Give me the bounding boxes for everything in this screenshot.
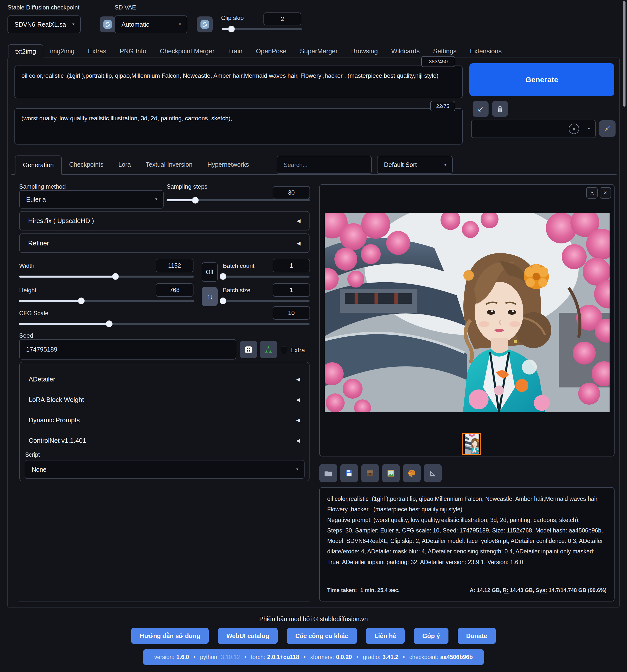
tab-generation[interactable]: Generation [15, 155, 62, 175]
tab-checkpoint-merger[interactable]: Checkpoint Merger [153, 44, 221, 58]
tab-lora[interactable]: Lora [111, 155, 138, 174]
cfg-scale-slider[interactable] [19, 320, 309, 328]
batch-count-slider[interactable] [223, 273, 309, 280]
width-slider[interactable] [19, 273, 194, 280]
close-gallery-button[interactable]: × [600, 187, 611, 198]
tab-checkpoints[interactable]: Checkpoints [62, 155, 111, 174]
script-label: Script [25, 452, 40, 458]
clip-skip-slider[interactable] [222, 25, 302, 33]
checkpoint-dropdown[interactable]: SDVN6-RealXL.safete ▼ [7, 16, 81, 33]
footer-link-webui-catalog[interactable]: WebUI catalog [218, 628, 278, 644]
tab-openpose[interactable]: OpenPose [249, 44, 293, 58]
python-version-segment[interactable]: python:3.10.12 [200, 654, 240, 661]
hires-off-button[interactable]: Off [202, 262, 218, 282]
batch-count-input[interactable]: 1 [273, 259, 310, 272]
width-input[interactable]: 1152 [156, 259, 194, 272]
generate-button[interactable]: Generate [469, 63, 614, 96]
script-dropdown[interactable]: None ▼ [25, 460, 304, 479]
cfg-scale-input[interactable]: 10 [273, 306, 310, 320]
send-to-img2img-button[interactable] [382, 464, 400, 482]
tab-textual-inversion[interactable]: Textual Inversion [138, 155, 200, 174]
footer-mod-line: Phiên bản mod bởi © stablediffusion.vn [0, 616, 627, 623]
hires-fix-accordion[interactable]: Hires.fix ( UpscaleHD ) ◀ [19, 211, 309, 231]
tab-img2img[interactable]: img2img [43, 44, 81, 58]
save-zip-button[interactable] [361, 464, 379, 482]
sampling-method-dropdown[interactable]: Euler a ▼ [19, 190, 164, 209]
version-bar: version:1.6.0 • python:3.10.12 • torch:2… [143, 649, 484, 665]
extra-networks-search-input[interactable] [277, 156, 372, 174]
styles-dropdown[interactable]: × ▼ [471, 120, 596, 138]
vae-label: SD VAE [115, 4, 136, 11]
checkpoint-refresh-button[interactable] [100, 17, 116, 32]
reuse-seed-button[interactable] [260, 341, 277, 358]
sort-value: Default Sort [384, 161, 417, 168]
refresh-icon [200, 20, 209, 29]
vae-dropdown[interactable]: Automatic ▼ [115, 16, 187, 33]
main-tab-bar: txt2img img2img Extras PNG Info Checkpoi… [8, 44, 508, 58]
scrollbar-thumb[interactable] [623, 1, 626, 106]
footer-link-other-tools[interactable]: Các công cụ khác [287, 628, 357, 644]
tab-txt2img[interactable]: txt2img [8, 44, 43, 58]
batch-count-label: Batch count [223, 262, 254, 269]
checkpoint-label: Stable Diffusion checkpoint [7, 4, 79, 11]
batch-size-input[interactable]: 1 [273, 283, 310, 297]
info-prompt-line: oil color,realistic ,(1girl ),portrait,l… [327, 494, 607, 515]
clear-styles-icon[interactable]: × [569, 124, 579, 134]
restore-prompt-button[interactable]: ↙ [473, 101, 488, 117]
footer-link-feedback[interactable]: Góp ý [414, 628, 449, 644]
checkpoint-hash-segment[interactable]: checkpoint:aa4506b96b [409, 654, 473, 661]
swap-arrows-icon: ↑↓ [207, 293, 212, 301]
prompt-textarea[interactable]: oil color,realistic ,(1girl ),portrait,l… [15, 66, 463, 98]
tab-browsing[interactable]: Browsing [344, 44, 384, 58]
torch-version-segment: torch:2.0.1+cu118 [251, 654, 299, 661]
resize-handle[interactable] [19, 601, 309, 603]
generation-info-panel: oil color,realistic ,(1girl ),portrait,l… [319, 487, 615, 601]
tab-settings[interactable]: Settings [426, 44, 463, 58]
vae-refresh-button[interactable] [197, 17, 212, 32]
random-seed-button[interactable] [240, 341, 257, 358]
close-icon: × [604, 189, 607, 196]
height-input[interactable]: 768 [156, 283, 194, 297]
footer-link-contact[interactable]: Liên hệ [366, 628, 405, 644]
dynamic-prompts-accordion[interactable]: Dynamic Prompts ◀ [29, 413, 300, 427]
tab-supermerger[interactable]: SuperMerger [293, 44, 345, 58]
seed-label: Seed [19, 332, 33, 339]
tab-extensions[interactable]: Extensions [463, 44, 508, 58]
height-slider[interactable] [19, 297, 194, 305]
seed-input[interactable] [19, 339, 236, 360]
footer-links: Hướng dẫn sử dụng WebUI catalog Các công… [0, 628, 627, 644]
send-to-extras-button[interactable] [424, 464, 442, 482]
tab-png-info[interactable]: PNG Info [113, 44, 153, 58]
save-image-button[interactable] [340, 464, 358, 482]
lora-block-weight-accordion[interactable]: LoRA Block Weight ◀ [29, 393, 300, 407]
clear-prompt-button[interactable] [492, 101, 508, 117]
footer-link-guide[interactable]: Hướng dẫn sử dụng [131, 628, 209, 644]
swap-dimensions-button[interactable]: ↑↓ [202, 287, 218, 306]
open-folder-button[interactable] [319, 464, 337, 482]
tab-wildcards[interactable]: Wildcards [384, 44, 426, 58]
tab-train[interactable]: Train [221, 44, 249, 58]
trash-icon [496, 105, 504, 113]
generated-image[interactable] [325, 213, 609, 412]
negative-prompt-textarea[interactable]: (worst quality, low quality,realistic,il… [15, 108, 463, 145]
refresh-icon [103, 20, 112, 29]
refiner-accordion[interactable]: Refiner ◀ [19, 234, 309, 253]
sort-dropdown[interactable]: Default Sort ▼ [377, 156, 453, 174]
tab-hypernetworks[interactable]: Hypernetworks [200, 155, 256, 174]
controlnet-accordion[interactable]: ControlNet v1.1.401 ◀ [29, 434, 300, 448]
extra-seed-label: Extra [290, 346, 305, 354]
adetailer-accordion[interactable]: ADetailer ◀ [29, 372, 300, 386]
checkpoint-value: SDVN6-RealXL.safete [15, 21, 66, 28]
sampling-steps-slider[interactable] [167, 197, 310, 204]
clip-skip-input[interactable]: 2 [264, 13, 301, 25]
download-image-button[interactable] [586, 187, 598, 198]
gallery-thumbnail-selected[interactable] [462, 433, 481, 455]
send-to-inpaint-button[interactable] [403, 464, 421, 482]
extra-seed-checkbox[interactable] [281, 346, 287, 353]
gradio-version-segment[interactable]: gradio:3.41.2 [363, 654, 398, 661]
cfg-scale-label: CFG Scale [19, 310, 48, 317]
tab-extras[interactable]: Extras [81, 44, 113, 58]
footer-link-donate[interactable]: Donate [458, 628, 496, 644]
edit-styles-button[interactable] [599, 120, 616, 137]
batch-size-slider[interactable] [223, 297, 309, 305]
